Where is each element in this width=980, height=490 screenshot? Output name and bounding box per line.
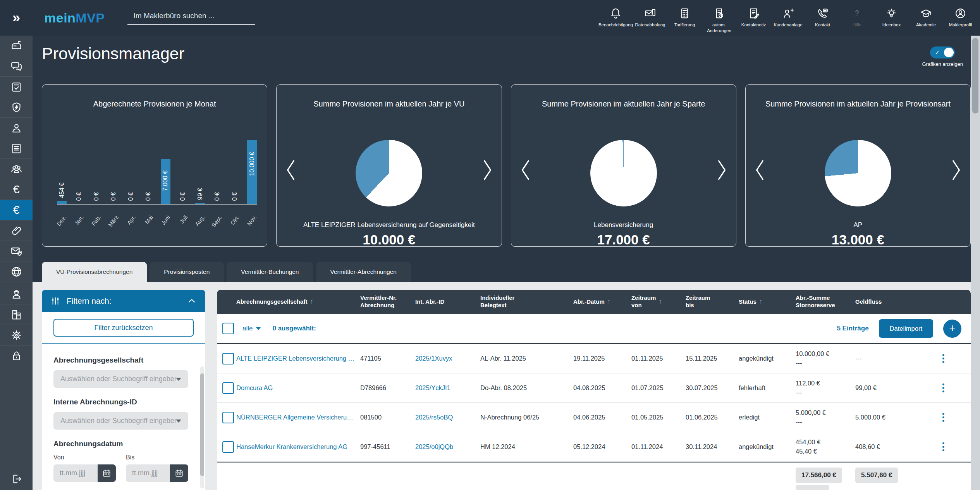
carousel-next-button[interactable] <box>713 158 730 183</box>
column-header-abr-datum[interactable]: Abr.-Datum↑ <box>573 297 631 306</box>
int-abr-id-link[interactable]: 2025/1Xuvyx <box>415 355 480 362</box>
sidebar-item-logout[interactable] <box>0 468 33 490</box>
sidebar-item-person[interactable] <box>0 118 33 138</box>
topbar-action-kontaktnotiz[interactable]: Kontaktnotiz <box>736 2 771 28</box>
column-header-vermittler-nr-abrechnung[interactable]: Vermittler-Nr. Abrechnung <box>360 294 415 309</box>
row-menu-kebab-icon[interactable] <box>940 440 947 454</box>
group-icon <box>10 163 22 175</box>
abr-summe-cell: 454,00 €45,40 € <box>796 438 855 456</box>
column-header-int-abr-id[interactable]: Int. Abr.-ID <box>415 298 480 306</box>
carousel-next-button[interactable] <box>478 158 495 183</box>
page-scrollbar-thumb[interactable] <box>972 38 978 113</box>
column-header-zeitraum-von[interactable]: Zeitraum von↑ <box>631 294 686 309</box>
int-abr-id-link[interactable]: 2025/rs5oBQ <box>415 414 480 421</box>
gesellschaft-link[interactable]: HanseMerkur Krankenversicherung AG <box>236 443 360 450</box>
belegtext-cell: N-Abrechnung 06/25 <box>480 414 573 421</box>
double-chevron-right-icon: » <box>12 10 20 26</box>
topbar-action-datenabholung[interactable]: Datenabholung <box>633 2 667 28</box>
column-header-geldfluss[interactable]: Geldfluss <box>855 298 916 306</box>
topbar-action-benachrichtigung[interactable]: Benachrichtigung <box>598 2 633 28</box>
sidebar-item-chat[interactable] <box>0 56 33 77</box>
row-menu-kebab-icon[interactable] <box>940 352 947 365</box>
row-checkbox[interactable] <box>222 412 234 423</box>
add-button[interactable]: + <box>943 320 961 338</box>
app-logo[interactable]: meinMVP <box>44 10 105 26</box>
topbar-action-autom-änderungen[interactable]: autom. Änderungen <box>702 2 736 34</box>
bar-cell: 99 € <box>195 133 205 204</box>
gesellschaft-link[interactable]: NÜRNBERGER Allgemeine Versicheru… <box>236 414 360 421</box>
filter-select-abrechnungsgesellschaft[interactable]: Auswählen oder Suchbegriff eingeben <box>53 370 188 388</box>
sort-arrow-icon[interactable]: ↑ <box>607 297 611 306</box>
column-header-abrechnungsgesellschaft[interactable]: Abrechnungsgesellschaft↑ <box>236 297 360 306</box>
tab-vermittler-abrechnungen[interactable]: Vermittler-Abrechnungen <box>316 262 411 282</box>
search-input[interactable] <box>133 11 255 21</box>
tab-vu-provisionsabrechnungen[interactable]: VU-Provisionsabrechnungen <box>42 262 147 282</box>
sidebar-expand-button[interactable]: » <box>0 0 33 36</box>
sidebar-item-euro[interactable]: € <box>0 179 33 200</box>
carousel-prev-button[interactable] <box>518 158 535 183</box>
gesellschaft-link[interactable]: ALTE LEIPZIGER Lebensversicherung … <box>236 355 360 362</box>
int-abr-id-link[interactable]: 2025/YckJI1 <box>415 384 480 392</box>
graphics-toggle[interactable]: ✓ Grafiken anzeigen <box>922 46 963 67</box>
row-menu-kebab-icon[interactable] <box>940 411 947 424</box>
topbar-action-hilfe[interactable]: Hilfe <box>840 2 874 28</box>
carousel-prev-button[interactable] <box>752 158 769 183</box>
gesellschaft-link[interactable]: Domcura AG <box>236 384 360 392</box>
date-to-input[interactable]: tt.mm.jjjj <box>126 464 170 482</box>
row-checkbox[interactable] <box>222 382 234 394</box>
sort-arrow-icon[interactable]: ↑ <box>658 297 662 306</box>
filter-panel-header[interactable]: Filtern nach: <box>42 290 205 312</box>
date-from-input[interactable]: tt.mm.jjjj <box>53 464 98 482</box>
topbar-action-tarifierung[interactable]: Tarifierung <box>667 2 702 28</box>
filter-scrollbar-thumb[interactable] <box>200 373 204 476</box>
sidebar-item-clipboard-check[interactable] <box>0 77 33 97</box>
tab-vermittler-buchungen[interactable]: Vermittler-Buchungen <box>227 262 313 282</box>
sidebar-item-lock[interactable] <box>0 346 33 366</box>
filter-select-interne-abrechnungs-id[interactable]: Auswählen oder Suchbegriff eingeben <box>53 412 188 430</box>
topbar-action-ideenbox[interactable]: Ideenbox <box>874 2 909 28</box>
row-menu-kebab-icon[interactable] <box>940 381 947 395</box>
sidebar-item-mailbox[interactable] <box>0 36 33 56</box>
column-header-individueller-belegtext[interactable]: Individueller Belegtext <box>480 294 573 309</box>
chevron-up-icon[interactable] <box>187 296 197 306</box>
date-from-group: Von tt.mm.jjjj <box>53 454 116 482</box>
sidebar-item-euro-active[interactable]: € <box>0 200 33 220</box>
sidebar-item-paperclip[interactable] <box>0 220 33 241</box>
sidebar-item-gear[interactable] <box>0 325 33 346</box>
page-scrollbar[interactable] <box>971 36 980 490</box>
sidebar-item-support[interactable] <box>0 284 33 304</box>
carousel-prev-button[interactable] <box>283 158 300 183</box>
topbar-action-kontakt[interactable]: Kontakt <box>805 2 840 28</box>
date-to-picker-button[interactable] <box>170 464 188 482</box>
sidebar-item-mail-sync[interactable] <box>0 241 33 261</box>
toggle-switch[interactable]: ✓ <box>930 46 955 58</box>
topbar-action-maklerprofil[interactable]: Maklerprofil <box>943 2 978 28</box>
topbar-action-label: Hilfe <box>853 22 861 28</box>
sidebar-item-building[interactable] <box>0 304 33 325</box>
topbar-action-akademie[interactable]: Akademie <box>909 2 943 28</box>
row-checkbox[interactable] <box>222 441 234 453</box>
pie-chart <box>825 140 891 206</box>
filter-reset-button[interactable]: Filter zurücksetzen <box>53 319 194 337</box>
column-header-status[interactable]: Status↑ <box>739 297 796 306</box>
sidebar-item-document-list[interactable] <box>0 138 33 159</box>
filter-scrollbar[interactable] <box>200 366 204 488</box>
row-checkbox[interactable] <box>222 353 234 364</box>
sort-arrow-icon[interactable]: ↑ <box>759 297 763 306</box>
select-all-checkbox[interactable] <box>222 323 234 334</box>
sidebar-item-globe[interactable] <box>0 261 33 282</box>
file-import-button[interactable]: Dateiimport <box>879 319 933 338</box>
column-header-abr-summe-stornoreserve[interactable]: Abr.-Summe Stornoreserve <box>796 294 855 309</box>
tab-provisionsposten[interactable]: Provisionsposten <box>150 262 224 282</box>
topbar-action-kundenanlage[interactable]: Kundenanlage <box>771 2 805 28</box>
pie-selected-value: 10.000 € <box>277 232 501 248</box>
int-abr-id-link[interactable]: 2025/o0jQQb <box>415 443 480 450</box>
date-from-picker-button[interactable] <box>98 464 116 482</box>
sidebar-item-group[interactable] <box>0 159 33 179</box>
select-all-dropdown[interactable]: alle <box>242 325 261 332</box>
column-header-zeitraum-bis[interactable]: Zeitraum bis <box>686 294 739 309</box>
vermittler-nr-cell: 997-45611 <box>360 443 415 450</box>
carousel-next-button[interactable] <box>947 158 964 183</box>
sidebar-item-shield[interactable] <box>0 97 33 118</box>
sort-arrow-icon[interactable]: ↑ <box>310 297 313 306</box>
